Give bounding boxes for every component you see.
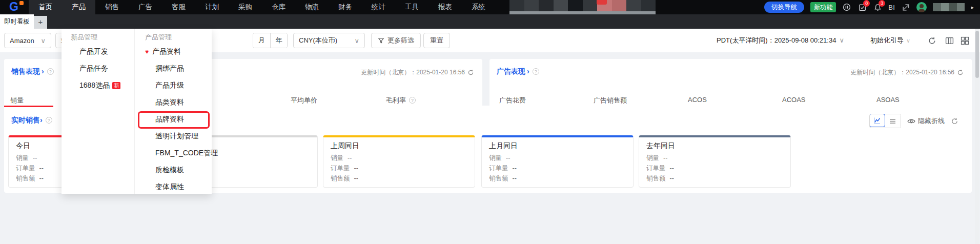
chevron-down-icon: ∨ (40, 37, 46, 45)
nav-item-tools[interactable]: 工具 (395, 0, 428, 14)
chevron-right-icon: › (527, 67, 529, 75)
user-avatar[interactable] (916, 2, 927, 12)
list-icon (889, 118, 896, 125)
menu-item-brand-info[interactable]: 品牌资料 (155, 115, 184, 124)
chevron-right-icon: › (40, 116, 43, 124)
refresh-icon[interactable] (928, 36, 936, 45)
chevron-down-icon: ∨ (906, 37, 910, 44)
scrollbar-thumb[interactable] (975, 31, 979, 78)
nav-item-ads[interactable]: 广告 (129, 0, 162, 14)
menu-group-header: 产品管理 (145, 33, 172, 42)
nav-item-logistics[interactable]: 物流 (295, 0, 329, 14)
redacted-company-block (509, 0, 656, 14)
todo-count-badge: 8 (863, 0, 870, 7)
refresh-icon[interactable] (467, 69, 474, 76)
nav-item-customer-service[interactable]: 客服 (162, 0, 195, 14)
vertical-scrollbar (975, 29, 979, 244)
app-logo-icon[interactable]: G (6, 0, 29, 14)
help-icon[interactable]: ? (47, 68, 54, 75)
redacted-username-block (933, 3, 965, 11)
ads-updated-time: 更新时间（北京）：2025-01-20 16:56 (850, 68, 964, 77)
bell-icon[interactable]: 3 (873, 3, 882, 12)
realtime-card-same-day-last-week: 上周同日 销量-- 订单量-- 销售额-- (323, 135, 475, 188)
list-view-button[interactable] (885, 114, 901, 128)
realtime-toolbar: 隐藏折线 (869, 114, 958, 128)
menu-item-variant-attributes[interactable]: 变体属性 (155, 182, 184, 192)
reset-button[interactable]: 重置 (423, 33, 450, 48)
active-section-indicator (4, 106, 53, 107)
pause-circle-icon[interactable] (842, 3, 851, 12)
nav-item-system[interactable]: 系统 (462, 0, 495, 14)
top-nav: G 首页 产品 销售 广告 客服 计划 采购 仓库 物流 财务 统计 工具 报表… (0, 0, 980, 14)
view-toggle-group (869, 114, 901, 128)
new-feature-button[interactable]: 新功能 (810, 2, 836, 12)
nav-item-home[interactable]: 首页 (29, 0, 62, 14)
tab-strip: 即时看板 + (0, 14, 980, 29)
nav-item-plan[interactable]: 计划 (195, 0, 229, 14)
tab-realtime-board[interactable]: 即时看板 (0, 14, 34, 29)
period-segment: 月 年 (253, 33, 288, 48)
nav-item-purchase[interactable]: 采购 (229, 0, 262, 14)
sales-updated-time: 更新时间（北京）：2025-01-20 16:56 (361, 68, 474, 77)
menu-item-category-info[interactable]: 品类资料 (155, 98, 184, 107)
new-product-management-column: 新品管理 产品开发 产品任务 1688选品新 (62, 29, 134, 194)
timezone-time-select[interactable]: PDT(太平洋时间)：2025-09-08 00:21:34∨ (717, 29, 844, 52)
period-month-button[interactable]: 月 (253, 33, 270, 48)
notification-count-badge: 3 (879, 0, 885, 7)
line-chart-icon (873, 117, 881, 124)
nav-item-reports[interactable]: 报表 (428, 0, 462, 14)
help-icon[interactable]: ? (533, 68, 539, 75)
funnel-icon (378, 37, 384, 44)
menu-item-fbm-t-code[interactable]: FBM_T_CODE管理 (155, 149, 218, 158)
heart-icon: ♥ (145, 48, 149, 55)
switch-nav-button[interactable]: 切换导航 (764, 2, 804, 13)
menu-group-header: 新品管理 (71, 33, 97, 42)
nav-item-product[interactable]: 产品 (62, 0, 95, 14)
realtime-panel-title[interactable]: 实时销售›? (11, 116, 52, 125)
menu-item-product-development[interactable]: 产品开发 (79, 47, 108, 56)
chevron-down-icon: ∨ (839, 36, 844, 44)
hide-line-toggle[interactable]: 隐藏折线 (907, 116, 945, 126)
refresh-icon[interactable] (951, 117, 958, 125)
more-filters-button[interactable]: 更多筛选 (371, 33, 421, 48)
todo-icon[interactable]: 8 (858, 3, 867, 12)
menu-item-qc-template[interactable]: 质检模板 (155, 166, 184, 175)
product-dropdown-menu: 新品管理 产品开发 产品任务 1688选品新 产品管理 ♥产品资料 捆绑产品 产… (62, 29, 212, 194)
realtime-card-same-day-last-year: 去年同日 销量-- 订单量-- 销售额-- (639, 135, 791, 188)
columns-layout-icon[interactable] (945, 36, 954, 45)
help-icon[interactable]: ? (46, 117, 52, 124)
refresh-icon[interactable] (957, 69, 964, 76)
currency-select[interactable]: CNY(本位币) ∨ (293, 33, 365, 48)
menu-item-product-tasks[interactable]: 产品任务 (79, 64, 108, 73)
nav-item-sales[interactable]: 销售 (95, 0, 129, 14)
realtime-card-same-day-last-month: 上月同日 销量-- 订单量-- 销售额-- (481, 135, 634, 188)
help-icon[interactable]: ? (409, 97, 416, 104)
line-chart-view-button[interactable] (869, 114, 885, 127)
chevron-down-icon: ∨ (354, 37, 359, 45)
nav-item-warehouse[interactable]: 仓库 (262, 0, 295, 14)
eye-icon (907, 118, 915, 124)
init-guide-select[interactable]: 初始化引导∨ (870, 29, 910, 52)
redacted-red-chip (597, 0, 607, 5)
user-menu-caret-icon[interactable]: ▸ (971, 4, 974, 11)
menu-item-transparency-plan[interactable]: 透明计划管理 (155, 132, 198, 141)
add-tab-button[interactable]: + (34, 16, 47, 29)
dashboard-page: G 首页 产品 销售 广告 客服 计划 采购 仓库 物流 财务 统计 工具 报表… (0, 0, 980, 244)
chevron-right-icon: › (42, 67, 44, 75)
nav-item-statistics[interactable]: 统计 (362, 0, 395, 14)
period-year-button[interactable]: 年 (270, 33, 287, 48)
menu-item-product-upgrade[interactable]: 产品升级 (155, 81, 184, 90)
menu-item-product-info[interactable]: ♥产品资料 (145, 47, 181, 56)
menu-item-bundle-product[interactable]: 捆绑产品 (155, 64, 184, 73)
marketplace-select[interactable]: Amazon ∨ (4, 33, 51, 48)
product-management-column: 产品管理 ♥产品资料 捆绑产品 产品升级 品类资料 品牌资料 透明计划管理 FB… (134, 29, 212, 194)
bi-link[interactable]: BI (888, 4, 895, 11)
menu-item-1688-selection[interactable]: 1688选品新 (79, 81, 120, 90)
nav-actions: 切换导航 新功能 8 3 BI ▸ (764, 2, 980, 13)
grid-layout-icon[interactable] (961, 36, 969, 45)
sales-panel-title[interactable]: 销售表现›? (11, 67, 54, 76)
ads-panel-title[interactable]: 广告表现›? (497, 67, 539, 76)
nav-item-finance[interactable]: 财务 (329, 0, 362, 14)
fullscreen-icon[interactable] (901, 3, 910, 12)
new-badge: 新 (112, 82, 120, 89)
